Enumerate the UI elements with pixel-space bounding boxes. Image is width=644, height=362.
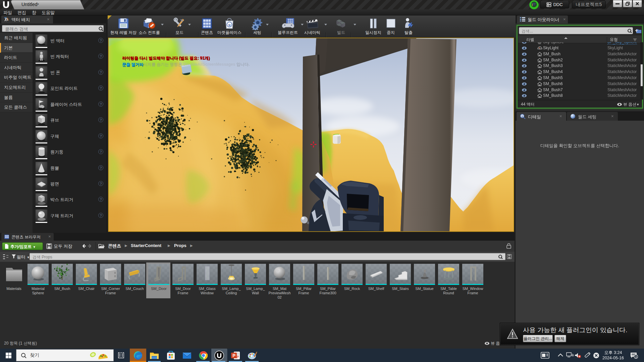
svg-text:P: P	[232, 353, 235, 358]
svg-text:u: u	[228, 22, 231, 27]
svg-text:3: 3	[635, 355, 637, 359]
